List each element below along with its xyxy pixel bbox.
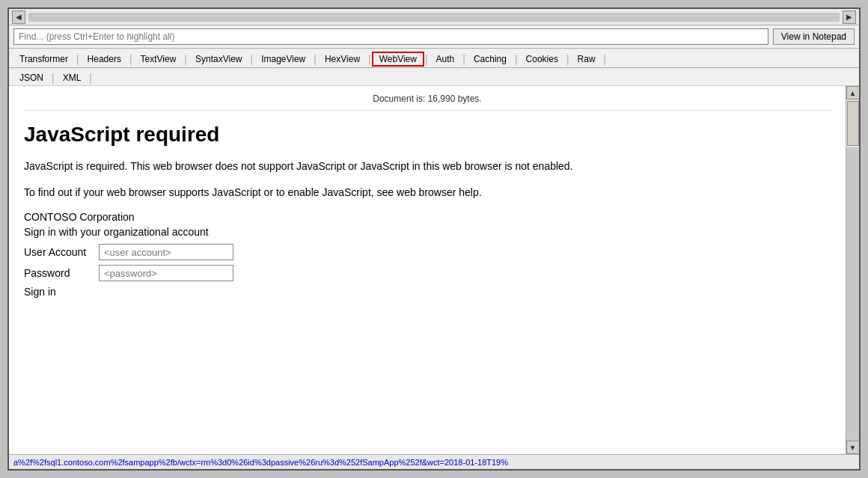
page-title: JavaScript required [24, 123, 831, 147]
password-input[interactable] [99, 265, 233, 281]
body-text-2: To find out if your web browser supports… [24, 185, 831, 200]
tab-webview[interactable]: WebView [372, 52, 424, 67]
tab-caching[interactable]: Caching [466, 52, 514, 66]
main-content: Document is: 16,990 bytes. JavaScript re… [9, 86, 846, 454]
sign-in-link[interactable]: Sign in [24, 286, 831, 298]
tab-transformer[interactable]: Transformer [12, 52, 76, 66]
top-scrollbar: ◀ ▶ [9, 9, 859, 25]
scroll-left-btn[interactable]: ◀ [12, 10, 25, 24]
main-window: ◀ ▶ View in Notepad Transformer | Header… [7, 7, 861, 471]
tab-syntaxview[interactable]: SyntaxView [188, 52, 249, 66]
tab-auth[interactable]: Auth [429, 52, 462, 66]
scroll-up-btn[interactable]: ▲ [846, 86, 860, 99]
sign-in-text: Sign in with your organizational account [24, 226, 831, 238]
tab-json[interactable]: JSON [12, 71, 51, 85]
search-bar: View in Notepad [9, 25, 859, 49]
tab-textview[interactable]: TextView [133, 52, 184, 66]
tab-imageview[interactable]: ImageView [254, 52, 313, 66]
content-area: Document is: 16,990 bytes. JavaScript re… [9, 86, 859, 454]
scroll-thumb[interactable] [847, 101, 859, 146]
user-account-row: User Account [24, 244, 831, 260]
tab-cookies[interactable]: Cookies [519, 52, 566, 66]
scroll-down-btn[interactable]: ▼ [846, 441, 860, 454]
search-input[interactable] [13, 28, 768, 45]
password-row: Password [24, 265, 831, 281]
user-account-label: User Account [24, 246, 99, 258]
company-name: CONTOSO Corporation [24, 211, 831, 223]
user-account-input[interactable] [99, 244, 233, 260]
tab-hexview[interactable]: HexView [317, 52, 367, 66]
right-scrollbar: ▲ ▼ [846, 86, 859, 454]
scroll-track[interactable] [28, 13, 840, 22]
status-bar: a%2f%2fsql1.contoso.com%2fsampapp%2fb/wc… [9, 454, 859, 469]
tabs-row-2: JSON | XML | [9, 68, 859, 86]
password-label: Password [24, 267, 99, 279]
doc-info: Document is: 16,990 bytes. [24, 94, 831, 111]
view-notepad-button[interactable]: View in Notepad [773, 28, 855, 45]
tab-xml[interactable]: XML [55, 71, 89, 85]
scroll-space [846, 147, 859, 441]
scroll-right-btn[interactable]: ▶ [843, 10, 856, 24]
tab-raw[interactable]: Raw [570, 52, 603, 66]
tab-headers[interactable]: Headers [80, 52, 129, 66]
body-text-1: JavaScript is required. This web browser… [24, 159, 831, 174]
tabs-row-1: Transformer | Headers | TextView | Synta… [9, 49, 859, 68]
